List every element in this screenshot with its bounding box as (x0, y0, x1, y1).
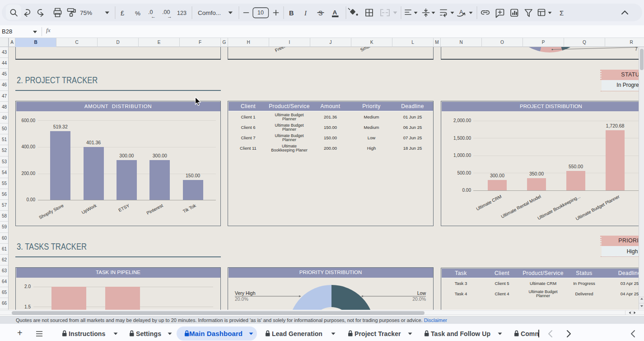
svg-text:%: % (135, 10, 140, 17)
svg-text:←: ← (151, 14, 156, 19)
svg-text:Comfo...: Comfo... (198, 9, 221, 16)
svg-text:I: I (304, 9, 307, 17)
svg-text:A: A (333, 9, 337, 16)
svg-text:B: B (289, 9, 294, 17)
svg-text:Σ: Σ (560, 9, 564, 17)
svg-text:A: A (459, 9, 463, 15)
svg-text:75%: 75% (80, 9, 92, 16)
svg-text:10: 10 (257, 9, 264, 16)
svg-text:→: → (167, 14, 172, 19)
svg-text:123: 123 (177, 10, 187, 16)
svg-text:£: £ (121, 9, 124, 17)
